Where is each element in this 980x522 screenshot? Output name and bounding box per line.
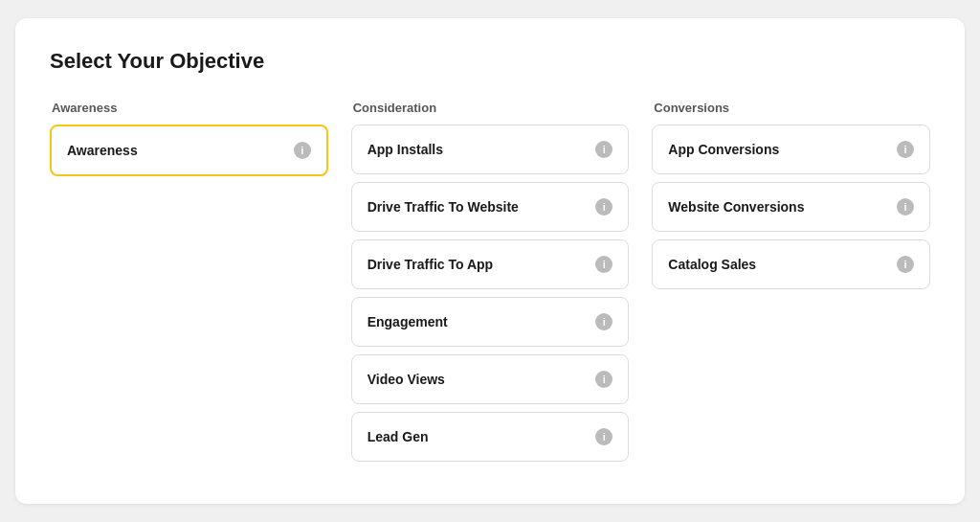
option-engagement[interactable]: Engagementi bbox=[351, 297, 630, 347]
option-label-engagement: Engagement bbox=[368, 314, 448, 329]
info-icon-catalog-sales[interactable]: i bbox=[897, 256, 914, 273]
option-lead-gen[interactable]: Lead Geni bbox=[351, 412, 630, 462]
column-header-consideration: Consideration bbox=[351, 101, 630, 115]
option-drive-traffic-app[interactable]: Drive Traffic To Appi bbox=[351, 239, 630, 289]
page-title: Select Your Objective bbox=[50, 49, 930, 74]
option-awareness[interactable]: Awarenessi bbox=[50, 125, 328, 176]
info-icon-engagement[interactable]: i bbox=[595, 313, 612, 330]
option-video-views[interactable]: Video Viewsi bbox=[351, 354, 630, 404]
column-header-awareness: Awareness bbox=[50, 101, 328, 115]
info-icon-drive-traffic-website[interactable]: i bbox=[595, 198, 612, 216]
option-label-app-installs: App Installs bbox=[368, 142, 443, 157]
option-label-awareness: Awareness bbox=[67, 143, 138, 158]
option-label-drive-traffic-app: Drive Traffic To App bbox=[368, 257, 493, 272]
info-icon-app-conversions[interactable]: i bbox=[897, 141, 914, 158]
column-consideration: ConsiderationApp InstallsiDrive Traffic … bbox=[351, 101, 630, 469]
option-catalog-sales[interactable]: Catalog Salesi bbox=[652, 239, 930, 289]
option-label-catalog-sales: Catalog Sales bbox=[668, 257, 756, 272]
option-app-installs[interactable]: App Installsi bbox=[351, 125, 630, 174]
option-label-drive-traffic-website: Drive Traffic To Website bbox=[368, 199, 519, 215]
column-header-conversions: Conversions bbox=[652, 101, 930, 115]
info-icon-video-views[interactable]: i bbox=[595, 371, 612, 388]
option-label-app-conversions: App Conversions bbox=[668, 142, 779, 157]
info-icon-lead-gen[interactable]: i bbox=[595, 428, 612, 445]
objective-card: Select Your Objective AwarenessAwareness… bbox=[15, 18, 965, 504]
option-label-lead-gen: Lead Gen bbox=[368, 429, 429, 444]
info-icon-drive-traffic-app[interactable]: i bbox=[595, 256, 612, 273]
column-awareness: AwarenessAwarenessi bbox=[50, 101, 328, 184]
option-label-website-conversions: Website Conversions bbox=[668, 199, 804, 215]
column-conversions: ConversionsApp ConversionsiWebsite Conve… bbox=[652, 101, 930, 297]
option-drive-traffic-website[interactable]: Drive Traffic To Websitei bbox=[351, 182, 630, 232]
option-app-conversions[interactable]: App Conversionsi bbox=[652, 125, 930, 174]
info-icon-app-installs[interactable]: i bbox=[595, 141, 612, 158]
option-website-conversions[interactable]: Website Conversionsi bbox=[652, 182, 930, 232]
info-icon-website-conversions[interactable]: i bbox=[897, 198, 914, 216]
columns-container: AwarenessAwarenessiConsiderationApp Inst… bbox=[50, 101, 930, 469]
info-icon-awareness[interactable]: i bbox=[294, 142, 311, 159]
option-label-video-views: Video Views bbox=[368, 372, 445, 387]
